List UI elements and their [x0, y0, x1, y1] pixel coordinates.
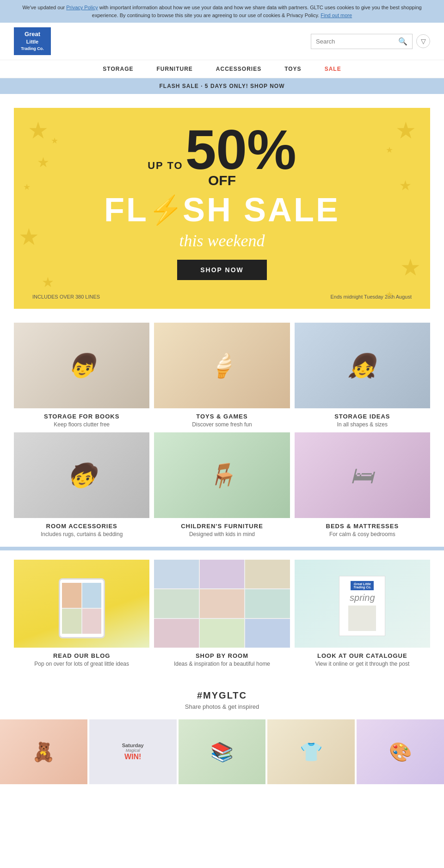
hashtag-title: #MYGLTC [0, 690, 444, 701]
category-image-toys: 🍦 [154, 323, 290, 408]
header: Great Little Trading Co. 🔍 ▽ [0, 23, 444, 60]
star-decoration: ★ [386, 289, 393, 300]
room-image-inner: 🧒 [14, 432, 149, 518]
hero-up-to: UP TO [148, 160, 183, 172]
catalogue-image: Great Little Trading Co. spring [295, 560, 430, 648]
catalogue-logo: Great Little Trading Co. [351, 581, 374, 590]
bottom-item-shop-by-room[interactable]: SHOP BY ROOM Ideas & inspiration for a b… [154, 560, 290, 667]
privacy-link-1[interactable]: Privacy Policy [66, 5, 98, 10]
category-sub-furniture: Designed with kids in mind [154, 531, 290, 537]
flash-banner-text: FLASH SALE · 5 DAYS ONLY! SHOP NOW [160, 83, 285, 89]
hero-flash: FL⚡SH SALE [32, 191, 412, 229]
hashtag-sub: Share photos & get inspired [0, 703, 444, 710]
star-decoration: ★ [400, 254, 421, 281]
hero-content: UP TO 50% OFF FL⚡SH SALE this weekend SH… [32, 122, 412, 300]
star-decoration: ★ [42, 274, 54, 290]
search-button[interactable]: 🔍 [398, 37, 407, 46]
room-mosaic [154, 560, 290, 648]
bottom-grid: READ OUR BLOG Pop on over for lots of gr… [14, 560, 430, 667]
search-box[interactable]: 🔍 [311, 34, 413, 49]
instagram-item-4[interactable]: 👕 [267, 719, 355, 784]
star-decoration: ★ [399, 177, 412, 194]
main-nav: STORAGE FURNITURE ACCESSORIES TOYS SALE [0, 60, 444, 78]
flash-rest: SH SALE [183, 191, 340, 229]
hero-footer-left: INCLUDES OVER 380 LINES [32, 294, 100, 300]
nav-storage[interactable]: STORAGE [103, 66, 133, 72]
category-title-room: ROOM ACCESSORIES [14, 523, 149, 530]
hero-weekend: this weekend [32, 231, 412, 250]
category-item-books[interactable]: 👦 STORAGE FOR BOOKS Keep floors clutter … [14, 323, 149, 428]
blog-image [14, 560, 149, 648]
instagram-item-5[interactable]: 🎨 [357, 719, 444, 784]
category-item-furniture[interactable]: 🪑 CHILDREN'S FURNITURE Designed with kid… [154, 432, 290, 537]
category-item-room[interactable]: 🧒 ROOM ACCESSORIES Includes rugs, curtai… [14, 432, 149, 537]
category-sub-books: Keep floors clutter free [14, 421, 149, 428]
nav-sale[interactable]: SALE [325, 66, 341, 72]
star-decoration: ★ [28, 117, 49, 144]
star-decoration: ★ [395, 117, 416, 144]
category-sub-storage: In all shapes & sizes [295, 421, 430, 428]
flash-sale-banner[interactable]: FLASH SALE · 5 DAYS ONLY! SHOP NOW [0, 78, 444, 94]
star-decoration: ★ [18, 224, 39, 250]
logo-great: Great [25, 31, 40, 37]
shop-by-room-image [154, 560, 290, 648]
blog-sub: Pop on over for lots of great little ide… [14, 661, 149, 667]
hero-footer-right: Ends midnight Tuesday 28th August [330, 294, 412, 300]
hero-off: OFF [32, 173, 412, 188]
category-item-storage[interactable]: 👧 STORAGE IDEAS In all shapes & sizes [295, 323, 430, 428]
cookie-banner: We've updated our Privacy Policy with im… [0, 0, 444, 23]
cookie-text: We've updated our [22, 5, 66, 10]
bottom-item-blog[interactable]: READ OUR BLOG Pop on over for lots of gr… [14, 560, 149, 667]
category-title-furniture: CHILDREN'S FURNITURE [154, 523, 290, 530]
star-decoration: ★ [51, 136, 58, 146]
category-sub-beds: For calm & cosy bedrooms [295, 531, 430, 537]
flash-f: FL [104, 191, 148, 229]
category-image-room: 🧒 [14, 432, 149, 518]
catalogue-title: LOOK AT OUR CATALOGUE [295, 652, 430, 659]
category-item-toys[interactable]: 🍦 TOYS & GAMES Discover some fresh fun [154, 323, 290, 428]
hero-shop-now-button[interactable]: SHOP NOW [177, 260, 267, 280]
instagram-item-3[interactable]: 📚 [179, 719, 266, 784]
books-image-inner: 👦 [14, 323, 149, 408]
star-decoration: ★ [23, 182, 31, 192]
category-image-furniture: 🪑 [154, 432, 290, 518]
bolt-icon: ⚡ [148, 194, 185, 226]
bottom-item-catalogue[interactable]: Great Little Trading Co. spring LOOK AT … [295, 560, 430, 667]
category-title-storage: STORAGE IDEAS [295, 413, 430, 420]
category-item-beds[interactable]: 🛏 BEDS & MATTRESSES For calm & cosy bedr… [295, 432, 430, 537]
instagram-item-2[interactable]: Saturday Magical WIN! [89, 719, 177, 784]
catalogue-sub: View it online or get it through the pos… [295, 661, 430, 667]
storage-image-inner: 👧 [295, 323, 430, 408]
category-title-beds: BEDS & MATTRESSES [295, 523, 430, 530]
heart-icon: ▽ [421, 37, 426, 45]
category-title-toys: TOYS & GAMES [154, 413, 290, 420]
category-title-books: STORAGE FOR BOOKS [14, 413, 149, 420]
hero-percent: 50% [185, 122, 296, 177]
star-decoration: ★ [37, 154, 49, 170]
nav-accessories[interactable]: ACCESSORIES [216, 66, 261, 72]
beds-image-inner: 🛏 [295, 432, 430, 518]
search-input[interactable] [316, 38, 398, 45]
furniture-image-inner: 🪑 [154, 432, 290, 518]
tablet-icon [59, 578, 105, 638]
nav-furniture[interactable]: FURNITURE [156, 66, 192, 72]
shop-by-room-title: SHOP BY ROOM [154, 652, 290, 659]
logo-text: Great Little Trading Co. [21, 31, 44, 52]
hero-section: ★ ★ ★ ★ ★ ★ ★ ★ ★ ★ ★ UP TO 50% OFF FL⚡S… [14, 108, 430, 309]
logo-little: Little [26, 39, 38, 44]
blog-title: READ OUR BLOG [14, 652, 149, 659]
category-image-beds: 🛏 [295, 432, 430, 518]
catalogue-book: Great Little Trading Co. spring [339, 576, 385, 636]
instagram-item-1[interactable]: 🧸 [0, 719, 87, 784]
category-sub-toys: Discover some fresh fun [154, 421, 290, 428]
toys-image-inner: 🍦 [154, 323, 290, 408]
wishlist-button[interactable]: ▽ [416, 34, 430, 48]
logo-trading: Trading Co. [21, 46, 44, 51]
instagram-grid: 🧸 Saturday Magical WIN! 📚 👕 🎨 [0, 719, 444, 784]
category-image-books: 👦 [14, 323, 149, 408]
find-out-more-link[interactable]: Find out more [321, 12, 352, 18]
section-divider [0, 547, 444, 550]
logo[interactable]: Great Little Trading Co. [14, 27, 51, 55]
category-image-storage: 👧 [295, 323, 430, 408]
nav-toys[interactable]: TOYS [284, 66, 301, 72]
